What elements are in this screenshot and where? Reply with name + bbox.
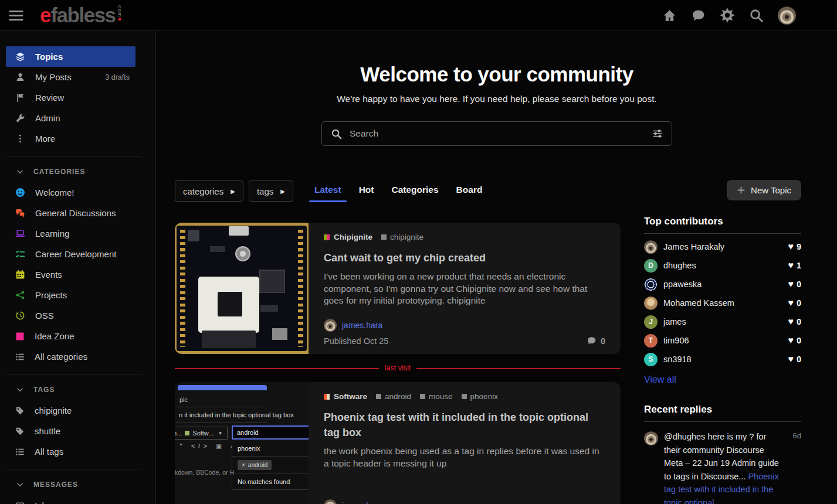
comment-count[interactable]: 0	[587, 336, 605, 346]
contributor-name: tim906	[663, 336, 689, 345]
dropdown-label: categories	[183, 186, 223, 196]
sidebar-item-inbox[interactable]: Inbox	[6, 495, 135, 504]
sidebar-item-label: Review	[35, 93, 64, 103]
topic-thumbnail-composer[interactable]: pic n it included in the topic optional …	[175, 382, 309, 504]
contributor-row[interactable]: T tim906 ♥0	[644, 331, 801, 350]
sidebar-item-my-posts[interactable]: My Posts 3 drafts	[6, 67, 135, 87]
last-visit-divider: last visit	[175, 364, 621, 372]
contributor-name: dhughes	[663, 261, 696, 270]
pcb-board-art	[175, 223, 309, 354]
tab-categories[interactable]: Categories	[382, 181, 447, 202]
tags-dropdown[interactable]: tags ▶	[249, 181, 293, 202]
topic-tag[interactable]: chipignite	[381, 233, 423, 241]
avatar-initial: S	[648, 355, 653, 363]
published-date: Published Oct 25	[324, 336, 388, 346]
author-avatar[interactable]	[324, 499, 337, 504]
contributor-row[interactable]: D dhughes ♥1	[644, 256, 801, 275]
search-icon[interactable]	[749, 8, 764, 23]
sidebar-section-tags[interactable]: Tags	[6, 380, 135, 399]
contributor-row[interactable]: James Harakaly ♥9	[644, 237, 801, 256]
contributor-row[interactable]: ppaweska ♥0	[644, 275, 801, 294]
tab-board[interactable]: Board	[448, 181, 492, 202]
contributor-row[interactable]: S sn3918 ♥0	[644, 350, 801, 369]
topic-title[interactable]: Phoenix tag test with it included in the…	[324, 410, 605, 440]
sidebar-section-messages[interactable]: Messages	[6, 475, 135, 494]
heart-number: 1	[797, 261, 801, 270]
sidebar-item-more[interactable]: More	[6, 128, 135, 149]
contributor-avatar	[644, 297, 658, 310]
tag-swatch	[420, 394, 425, 399]
topic-card[interactable]: Chipignite chipignite Cant wait to get m…	[175, 223, 621, 354]
sidebar-item-review[interactable]: Review	[6, 87, 135, 108]
hamburger-menu-icon[interactable]	[7, 6, 25, 24]
sidebar-category-projects[interactable]: Projects	[6, 285, 135, 305]
sidebar-item-topics[interactable]: Topics	[6, 46, 135, 67]
view-all-link[interactable]: View all	[644, 374, 801, 385]
heart-icon: ♥	[788, 298, 794, 308]
sidebar-all-tags[interactable]: All tags	[6, 441, 135, 462]
author-avatar[interactable]	[324, 319, 337, 332]
author-link[interactable]: james.hara	[342, 501, 382, 504]
sidebar-section-categories[interactable]: Categories	[6, 162, 135, 181]
contributor-row[interactable]: J james ♥0	[644, 312, 801, 331]
tab-latest[interactable]: Latest	[306, 181, 350, 202]
heart-icon: ♥	[788, 261, 794, 270]
sidebar-category-events[interactable]: Events	[6, 264, 135, 285]
topic-title[interactable]: Cant wait to get my chip created	[324, 250, 605, 265]
sidebar-tag-shuttle[interactable]: shuttle	[6, 421, 135, 441]
section-title: Categories	[33, 168, 85, 176]
category-badge[interactable]: Chipignite	[324, 233, 372, 241]
tag-swatch	[381, 234, 387, 240]
chat-icon[interactable]	[691, 8, 706, 23]
topic-card[interactable]: pic n it included in the topic optional …	[175, 382, 621, 504]
sidebar-category-all-categories[interactable]: All categories	[6, 346, 135, 367]
topic-tag[interactable]: android	[376, 392, 411, 401]
sidebar-category-career-development[interactable]: Career Development	[6, 244, 135, 264]
topic-excerpt: I've been working on a new product that …	[324, 271, 604, 307]
recent-reply-item[interactable]: @dhughes here is my ? for their communit…	[644, 430, 801, 504]
avatar-initial: J	[649, 318, 653, 326]
sidebar-category-idea-zone[interactable]: Idea Zone	[6, 326, 135, 346]
sidebar-category-general-discussions[interactable]: General Discussions	[6, 203, 135, 223]
topic-thumbnail-pcb[interactable]	[175, 223, 309, 354]
user-avatar[interactable]	[778, 6, 796, 25]
pcb-art	[235, 246, 250, 261]
sidebar-category-learning[interactable]: Learning	[6, 223, 135, 244]
sidebar-category-welcome[interactable]: Welcome!	[6, 182, 135, 203]
sidebar-item-admin[interactable]: Admin	[6, 108, 135, 128]
categories-dropdown[interactable]: categories ▶	[175, 181, 243, 202]
composer-no-matches: No matches found	[232, 474, 309, 490]
search-input[interactable]	[348, 128, 646, 139]
topic-tag[interactable]: phoenix	[462, 392, 498, 401]
topic-tag[interactable]: mouse	[420, 392, 453, 401]
hearts-count: ♥0	[788, 317, 801, 326]
tab-hot[interactable]: Hot	[350, 181, 383, 202]
contributor-row[interactable]: Mohamed Kassem ♥0	[644, 294, 801, 312]
contributor-avatar: S	[644, 353, 658, 366]
welcome-banner: Welcome to your community We're happy to…	[157, 31, 837, 146]
efabless-logo[interactable]: efabless com	[40, 4, 123, 26]
search-filter-sliders-icon[interactable]	[652, 128, 663, 139]
heart-icon: ♥	[788, 280, 794, 289]
category-badge[interactable]: Software	[324, 392, 367, 401]
chevron-down-icon	[16, 481, 24, 489]
sidebar-divider	[6, 469, 141, 469]
author-link[interactable]: james.hara	[342, 321, 382, 330]
search-bar[interactable]	[321, 121, 672, 146]
topic-meta-row: Software android mouse phoenix	[324, 392, 605, 401]
new-topic-button[interactable]: New Topic	[727, 180, 801, 200]
sidebar-divider	[6, 374, 141, 374]
sidebar-tag-chipignite[interactable]: chipignite	[6, 400, 135, 421]
category-label: OSS	[35, 311, 54, 321]
square-icon	[15, 332, 25, 341]
tag-label: All tags	[35, 447, 63, 457]
home-icon[interactable]	[662, 8, 677, 23]
last-visit-label: last visit	[385, 364, 411, 372]
composer-category-dropdown: o... Softw... ▼	[175, 427, 228, 440]
chip-label: android	[248, 462, 267, 468]
sidebar-category-oss[interactable]: OSS	[6, 305, 135, 326]
main-content: Welcome to your community We're happy to…	[157, 31, 837, 504]
heart-icon: ♥	[788, 317, 794, 326]
pcb-art	[272, 328, 287, 340]
gear-icon[interactable]	[720, 8, 735, 23]
